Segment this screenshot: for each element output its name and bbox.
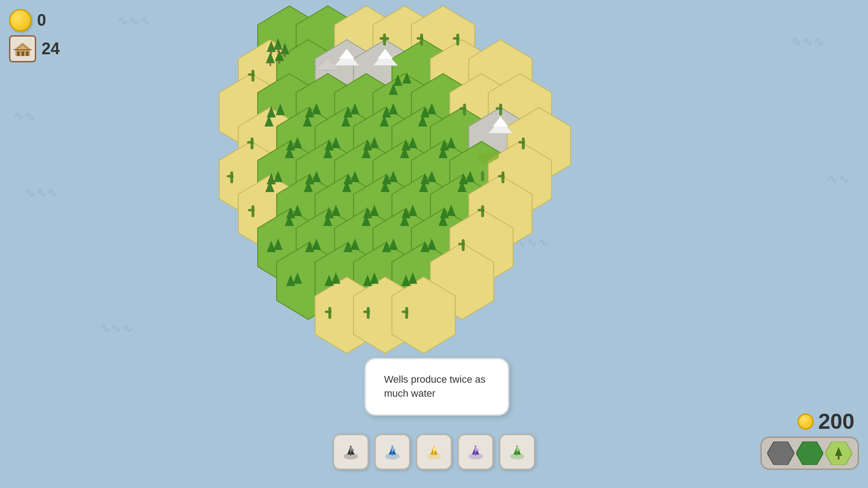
svg-rect-156 xyxy=(269,62,271,66)
action-button-2[interactable] xyxy=(374,434,410,470)
bottom-coin-count: 200 xyxy=(818,409,854,434)
svg-rect-191 xyxy=(402,311,408,313)
bottom-coin-icon xyxy=(797,413,814,430)
svg-rect-174 xyxy=(519,141,525,143)
svg-rect-225 xyxy=(838,456,840,460)
svg-rect-181 xyxy=(481,172,484,181)
svg-point-200 xyxy=(486,151,499,160)
action-button-5[interactable] xyxy=(499,434,535,470)
svg-marker-221 xyxy=(767,441,794,465)
svg-rect-176 xyxy=(227,175,233,177)
hex-selector[interactable] xyxy=(760,436,859,470)
svg-rect-168 xyxy=(460,108,466,109)
svg-rect-185 xyxy=(458,243,465,245)
svg-rect-189 xyxy=(363,311,370,313)
action-button-4[interactable] xyxy=(458,434,494,470)
svg-rect-180 xyxy=(248,209,255,211)
svg-rect-178 xyxy=(498,175,505,177)
action-buttons xyxy=(333,434,535,470)
svg-rect-166 xyxy=(248,74,255,75)
action-button-1[interactable] xyxy=(333,434,369,470)
tooltip-text: Wells produce twice as much water xyxy=(384,374,486,399)
svg-rect-187 xyxy=(325,311,331,313)
svg-rect-164 xyxy=(453,38,459,39)
svg-rect-170 xyxy=(496,108,502,109)
bottom-right-coin-display: 200 xyxy=(797,409,854,434)
svg-rect-154 xyxy=(277,49,279,52)
svg-marker-222 xyxy=(796,441,823,465)
svg-rect-183 xyxy=(478,209,484,211)
tooltip-box: Wells produce twice as much water xyxy=(364,358,509,416)
svg-rect-157 xyxy=(278,60,280,64)
svg-rect-162 xyxy=(417,38,423,39)
svg-rect-172 xyxy=(247,141,254,143)
action-button-3[interactable] xyxy=(416,434,452,470)
svg-rect-153 xyxy=(270,51,272,55)
svg-rect-155 xyxy=(284,53,286,57)
svg-rect-160 xyxy=(382,38,389,40)
